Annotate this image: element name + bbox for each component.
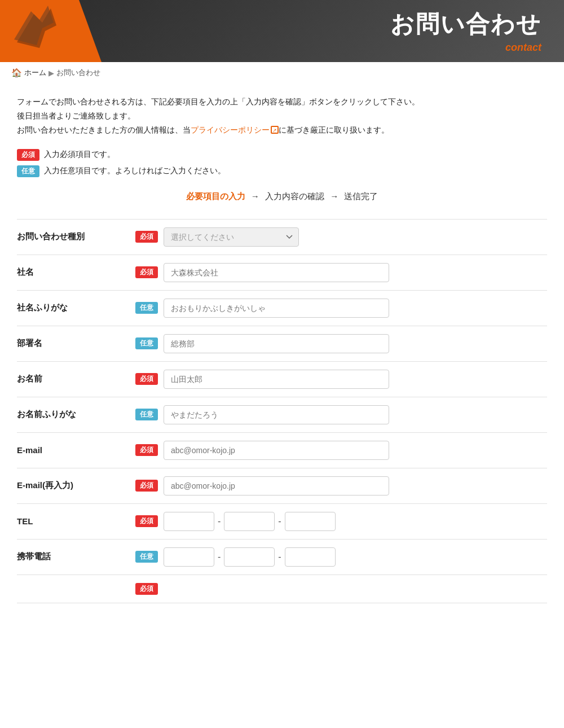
department-input[interactable] <box>164 334 389 353</box>
field-cell-name: 必須 <box>130 361 547 397</box>
breadcrumb: 🏠 ホーム ▶ お問い合わせ <box>0 62 564 84</box>
table-row: お名前ふりがな 任意 <box>17 397 547 432</box>
breadcrumb-home[interactable]: ホーム <box>24 68 46 78</box>
description-block: フォームでお問い合わせされる方は、下記必要項目を入力の上「入力内容を確認」ボタン… <box>17 95 547 138</box>
table-row: E-mail(再入力) 必須 <box>17 468 547 503</box>
mobile-part1-input[interactable] <box>164 547 214 567</box>
optional-badge: 任意 <box>17 165 39 177</box>
email-confirm-input[interactable] <box>164 476 389 495</box>
tel-part2-input[interactable] <box>224 512 275 531</box>
field-cell-name-kana: 任意 <box>130 397 547 432</box>
field-label-name-kana: お名前ふりがな <box>17 397 130 432</box>
step3-label: 送信完了 <box>344 191 378 201</box>
optional-badge-mobile: 任意 <box>135 551 158 563</box>
external-link-icon <box>271 126 279 134</box>
field-cell-company-kana: 任意 <box>130 290 547 326</box>
required-badge-tel: 必須 <box>135 515 158 527</box>
full-name-input[interactable] <box>164 370 389 389</box>
main-content: フォームでお問い合わせされる方は、下記必要項目を入力の上「入力内容を確認」ボタン… <box>0 84 564 626</box>
header-logo-area <box>0 0 113 62</box>
table-row: 部署名 任意 <box>17 326 547 361</box>
home-icon: 🏠 <box>11 68 22 78</box>
required-badge: 必須 <box>17 149 39 161</box>
optional-badge-name-kana: 任意 <box>135 409 158 420</box>
contact-form: お問い合わせ種別 必須 選択してください 社名 <box>17 219 547 603</box>
field-cell-email-confirm: 必須 <box>130 468 547 503</box>
required-badge-row: 必須 入力必須項目です。 <box>17 149 547 161</box>
contact-type-select[interactable]: 選択してください <box>164 227 299 247</box>
table-row: TEL 必須 - - <box>17 503 547 539</box>
field-label-company-kana: 社名ふりがな <box>17 290 130 326</box>
required-badge-name: 必須 <box>135 373 158 385</box>
optional-badge-text: 入力任意項目です。よろしければご入力ください。 <box>44 166 226 176</box>
desc-line1: フォームでお問い合わせされる方は、下記必要項目を入力の上「入力内容を確認」ボタン… <box>17 95 547 109</box>
tel-part3-input[interactable] <box>285 512 336 531</box>
desc-line2: 後日担当者よりご連絡致します。 <box>17 109 547 123</box>
company-name-input[interactable] <box>164 263 389 282</box>
mobile-group: - - <box>164 547 336 567</box>
field-label-tel: TEL <box>17 503 130 539</box>
page-header: お問い合わせ contact <box>0 0 564 62</box>
progress-steps: 必要項目の入力 → 入力内容の確認 → 送信完了 <box>17 191 547 202</box>
field-label-email-confirm: E-mail(再入力) <box>17 468 130 503</box>
form-table: お問い合わせ種別 必須 選択してください 社名 <box>17 219 547 603</box>
required-badge-partial: 必須 <box>135 583 158 595</box>
field-cell-partial: 必須 <box>130 574 547 603</box>
name-kana-input[interactable] <box>164 405 389 424</box>
breadcrumb-separator: ▶ <box>49 69 54 77</box>
field-cell-email: 必須 <box>130 432 547 468</box>
mobile-separator-1: - <box>218 552 221 562</box>
field-cell-contact-type: 必須 選択してください <box>130 219 547 255</box>
crane-icon <box>11 3 68 54</box>
mobile-part3-input[interactable] <box>285 547 336 567</box>
table-row-partial: 必須 <box>17 574 547 603</box>
field-label-partial <box>17 574 130 603</box>
breadcrumb-current: お問い合わせ <box>56 68 100 78</box>
privacy-policy-link[interactable]: プライバシーポリシー <box>191 125 270 134</box>
optional-badge-row: 任意 入力任意項目です。よろしければご入力ください。 <box>17 165 547 177</box>
page-subtitle: contact <box>505 42 541 54</box>
field-label-contact-type: お問い合わせ種別 <box>17 219 130 255</box>
required-badge-text: 入力必須項目です。 <box>44 150 115 160</box>
field-label-company: 社名 <box>17 255 130 290</box>
step-arrow-1: → <box>251 191 259 201</box>
table-row: E-mail 必須 <box>17 432 547 468</box>
field-cell-mobile: 任意 - - <box>130 539 547 574</box>
mobile-part2-input[interactable] <box>224 547 275 567</box>
required-badge-email: 必須 <box>135 444 158 456</box>
tel-group: - - <box>164 512 336 531</box>
optional-badge-company-kana: 任意 <box>135 302 158 314</box>
field-cell-company: 必須 <box>130 255 547 290</box>
table-row: 携帯電話 任意 - - <box>17 539 547 574</box>
desc-line3: お問い合わせいただきました方の個人情報は、当プライバシーポリシーに基づき厳正に取… <box>17 123 547 137</box>
mobile-separator-2: - <box>278 552 281 562</box>
field-label-department: 部署名 <box>17 326 130 361</box>
tel-separator-2: - <box>278 516 281 527</box>
field-cell-department: 任意 <box>130 326 547 361</box>
step2-label: 入力内容の確認 <box>265 191 324 201</box>
optional-badge-department: 任意 <box>135 337 158 349</box>
field-label-name: お名前 <box>17 361 130 397</box>
table-row: お問い合わせ種別 必須 選択してください <box>17 219 547 255</box>
required-badge-email-confirm: 必須 <box>135 480 158 492</box>
field-label-email: E-mail <box>17 432 130 468</box>
required-badge-contact-type: 必須 <box>135 231 158 243</box>
table-row: 社名 必須 <box>17 255 547 290</box>
step-arrow-2: → <box>330 191 338 201</box>
required-badge-company: 必須 <box>135 266 158 278</box>
company-kana-input[interactable] <box>164 299 389 318</box>
tel-part1-input[interactable] <box>164 512 214 531</box>
field-label-mobile: 携帯電話 <box>17 539 130 574</box>
page-title: お問い合わせ <box>390 8 541 40</box>
step1-label: 必要項目の入力 <box>186 191 245 201</box>
table-row: 社名ふりがな 任意 <box>17 290 547 326</box>
field-cell-tel: 必須 - - <box>130 503 547 539</box>
email-input[interactable] <box>164 441 389 460</box>
table-row: お名前 必須 <box>17 361 547 397</box>
tel-separator-1: - <box>218 516 221 527</box>
